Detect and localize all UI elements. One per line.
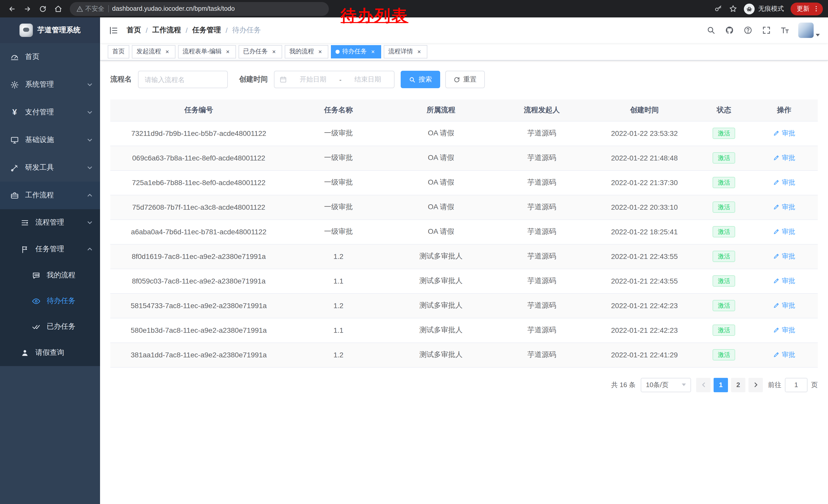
sidebar-item-my-process[interactable]: 我的流程 (0, 263, 100, 288)
column-create-time: 创建时间 (591, 99, 697, 121)
sidebar-item-todo-tasks[interactable]: 待办任务 (0, 288, 100, 314)
forward-button[interactable] (20, 2, 34, 15)
approve-label: 审批 (782, 153, 795, 163)
sidebar-item-home[interactable]: 首页 (0, 43, 100, 71)
cell-initiator: 芋道源码 (492, 342, 591, 367)
breadcrumb-separator: / (146, 26, 148, 34)
cell-create-time: 2022-01-21 22:43:55 (591, 269, 697, 293)
reset-button[interactable]: 重置 (445, 71, 485, 88)
date-range-picker[interactable]: 开始日期 - 结束日期 (274, 71, 395, 88)
page-content: 流程名 创建时间 开始日期 - 结束日期 搜索 (100, 60, 828, 504)
goto-page-input[interactable] (785, 378, 808, 392)
back-button[interactable] (5, 2, 18, 15)
start-date-placeholder: 开始日期 (292, 75, 334, 84)
page-button-2[interactable]: 2 (731, 378, 745, 392)
cell-process: 测试多审批人 (389, 269, 492, 293)
font-size-icon[interactable] (780, 26, 790, 35)
approve-button[interactable]: 审批 (773, 301, 795, 310)
chevron-down-icon (87, 109, 93, 116)
sidebar-item-task-mgmt[interactable]: 任务管理 (0, 236, 100, 263)
prev-page-button[interactable] (696, 378, 710, 392)
tab-process-form-edit[interactable]: 流程表单-编辑 × (178, 45, 236, 58)
home-icon (54, 5, 62, 12)
tab-done-tasks[interactable]: 已办任务 × (239, 45, 282, 58)
breadcrumb-task-mgmt[interactable]: 任务管理 (192, 26, 221, 35)
cell-task-id: 73211d9d-7b9b-11ec-b5b7-acde48001122 (110, 121, 287, 146)
home-button[interactable] (51, 2, 65, 15)
bookmark-star-icon[interactable] (729, 5, 737, 13)
address-bar[interactable]: 不安全 dashboard.yudao.iocoder.cn/bpm/task/… (70, 2, 329, 16)
status-badge: 激活 (713, 325, 735, 336)
sidebar-item-done-tasks[interactable]: 已办任务 (0, 314, 100, 339)
table-row: 8f059c03-7ac8-11ec-a9e2-a2380e71991a 1.1… (110, 269, 818, 293)
close-icon[interactable]: × (224, 48, 232, 55)
breadcrumb-home[interactable]: 首页 (127, 26, 141, 35)
status-badge: 激活 (713, 349, 735, 360)
tab-todo-tasks[interactable]: 待办任务 × (331, 45, 381, 58)
app-logo[interactable]: 芋道管理系统 (0, 17, 100, 43)
cell-task-id: 381aa1dd-7ac8-11ec-a9e2-a2380e71991a (110, 342, 287, 367)
search-button[interactable]: 搜索 (401, 71, 440, 88)
status-badge: 激活 (713, 128, 735, 139)
approve-button[interactable]: 审批 (773, 252, 795, 261)
sidebar-item-workflow[interactable]: 工作流程 (0, 182, 100, 209)
github-icon[interactable] (724, 26, 734, 35)
cell-action: 审批 (750, 269, 818, 293)
close-icon[interactable]: × (416, 48, 423, 55)
fullscreen-icon[interactable] (761, 26, 771, 35)
approve-button[interactable]: 审批 (773, 326, 795, 335)
chevron-right-icon (753, 382, 758, 387)
sidebar-item-process-mgmt[interactable]: 流程管理 (0, 209, 100, 236)
search-icon[interactable] (706, 26, 716, 35)
sidebar-collapse-button[interactable] (109, 26, 119, 35)
status-badge: 激活 (713, 251, 735, 262)
page-button-1[interactable]: 1 (714, 378, 728, 392)
tab-my-process[interactable]: 我的流程 × (285, 45, 328, 58)
sidebar-item-system-mgmt[interactable]: 系统管理 (0, 71, 100, 98)
main-area: 首页 / 工作流程 / 任务管理 / 待办任务 (100, 17, 828, 504)
approve-button[interactable]: 审批 (773, 153, 795, 163)
approve-button[interactable]: 审批 (773, 350, 795, 359)
update-button[interactable]: 更新 (791, 2, 823, 15)
cell-status: 激活 (697, 220, 750, 244)
sidebar-item-label: 首页 (25, 52, 40, 61)
sidebar-item-payment-mgmt[interactable]: ¥ 支付管理 (0, 98, 100, 126)
security-warning[interactable]: 不安全 (76, 4, 105, 13)
sidebar-item-infrastructure[interactable]: 基础设施 (0, 126, 100, 154)
sidebar-item-label: 基础设施 (25, 135, 54, 145)
sidebar-item-leave-query[interactable]: 请假查询 (0, 339, 100, 366)
sidebar-item-dev-tools[interactable]: 研发工具 (0, 154, 100, 182)
breadcrumb-workflow[interactable]: 工作流程 (152, 26, 181, 35)
cell-action: 审批 (750, 170, 818, 195)
avatar[interactable] (798, 22, 814, 38)
approve-button[interactable]: 审批 (773, 129, 795, 138)
next-page-button[interactable] (748, 378, 763, 392)
page-size-select[interactable]: 10条/页 (641, 378, 691, 392)
table-row: 069c6a63-7b8a-11ec-8ef0-acde48001122 一级审… (110, 146, 818, 170)
cell-task-id: 75d72608-7b7f-11ec-a3c8-acde48001122 (110, 195, 287, 220)
table-row: 580e1b3d-7ac8-11ec-a9e2-a2380e71991a 1.1… (110, 318, 818, 342)
tab-process-detail[interactable]: 流程详情 × (384, 45, 427, 58)
logo-image (19, 24, 33, 37)
close-icon[interactable]: × (164, 48, 171, 55)
tab-home[interactable]: 首页 (108, 45, 129, 58)
password-key-icon[interactable] (714, 5, 722, 13)
approve-button[interactable]: 审批 (773, 227, 795, 236)
tab-start-process[interactable]: 发起流程 × (132, 45, 175, 58)
help-icon[interactable] (743, 26, 753, 35)
incognito-label: 无痕模式 (758, 4, 784, 13)
close-icon[interactable]: × (271, 48, 278, 55)
approve-button[interactable]: 审批 (773, 178, 795, 187)
approve-button[interactable]: 审批 (773, 202, 795, 212)
close-icon[interactable]: × (317, 48, 324, 55)
chevron-down-icon (87, 165, 93, 171)
double-check-icon (32, 322, 41, 331)
cell-task-id: 8f059c03-7ac8-11ec-a9e2-a2380e71991a (110, 269, 287, 293)
edit-pencil-icon (773, 278, 780, 284)
browser-menu-dots-icon[interactable] (813, 5, 820, 12)
approve-button[interactable]: 审批 (773, 276, 795, 286)
process-name-input[interactable] (138, 71, 228, 88)
close-icon[interactable]: × (369, 48, 377, 55)
refresh-button[interactable] (36, 2, 49, 15)
user-menu[interactable] (798, 22, 820, 38)
